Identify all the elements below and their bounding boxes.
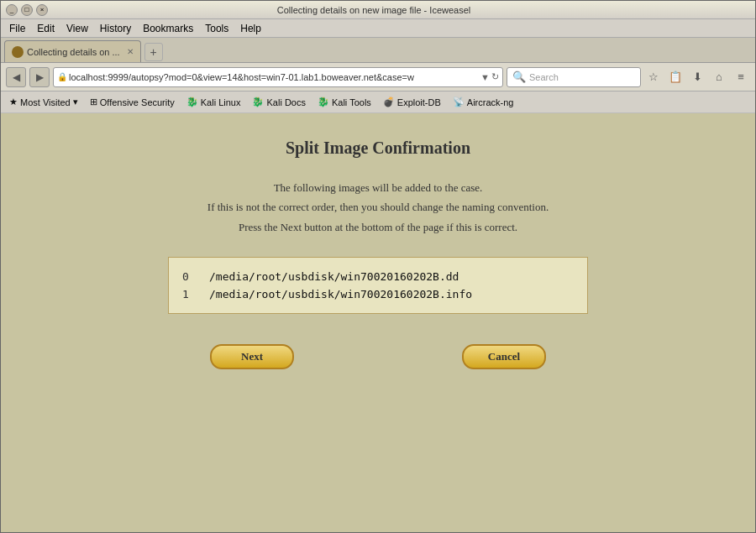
exploit-db-icon: 💣 [383, 97, 395, 107]
window-controls[interactable]: _ □ × [6, 4, 48, 16]
menu-view[interactable]: View [61, 21, 93, 36]
home-icon[interactable]: ⌂ [710, 68, 728, 86]
bookmark-kali-docs[interactable]: 🐉 Kali Docs [247, 95, 310, 109]
tab-active[interactable]: Collecting details on ... ✕ [4, 40, 141, 62]
bookmark-offensive-security-label: Offensive Security [100, 97, 175, 107]
bookmark-most-visited[interactable]: ★ Most Visited ▾ [4, 95, 83, 109]
tab-label: Collecting details on ... [27, 47, 120, 57]
tab-favicon [12, 46, 24, 58]
bookmark-aircrack-ng-label: Aircrack-ng [467, 97, 514, 107]
file-index-1: 1 [182, 288, 196, 300]
menu-bar: File Edit View History Bookmarks Tools H… [1, 19, 755, 38]
file-row-0: 0 /media/root/usbdisk/win70020160202B.dd [182, 268, 574, 285]
new-tab-button[interactable]: + [144, 43, 163, 61]
kali-linux-icon: 🐉 [186, 97, 198, 107]
browser-window: _ □ × Collecting details on new image fi… [0, 0, 756, 533]
close-button[interactable]: × [36, 4, 48, 16]
forward-button[interactable]: ▶ [29, 67, 50, 87]
url-dropdown-icon[interactable]: ▼ [480, 72, 490, 82]
bookmark-kali-docs-label: Kali Docs [266, 97, 305, 107]
refresh-icon[interactable]: ↻ [491, 71, 499, 82]
most-visited-icon: ★ [9, 97, 18, 107]
most-visited-arrow: ▾ [73, 97, 78, 107]
menu-help[interactable]: Help [235, 21, 266, 36]
file-index-0: 0 [182, 270, 196, 283]
download-icon[interactable]: ⬇ [688, 68, 706, 86]
search-placeholder: Search [529, 72, 559, 82]
file-path-1: /media/root/usbdisk/win70020160202B.info [209, 288, 472, 300]
kali-tools-icon: 🐉 [318, 97, 329, 107]
nav-bar: ◀ ▶ 🔒 localhost:9999/autopsy?mod=0&view=… [1, 63, 755, 91]
content-area: Split Image Confirmation The following i… [1, 113, 755, 532]
bookmark-star-icon[interactable]: ☆ [644, 68, 663, 86]
menu-file[interactable]: File [4, 21, 30, 36]
next-button[interactable]: Next [210, 344, 294, 369]
menu-bookmarks[interactable]: Bookmarks [138, 21, 198, 36]
file-list-box: 0 /media/root/usbdisk/win70020160202B.dd… [168, 257, 588, 314]
kali-docs-icon: 🐉 [252, 97, 264, 107]
file-path-0: /media/root/usbdisk/win70020160202B.dd [209, 270, 459, 283]
description-line3: Press the Next button at the bottom of t… [207, 217, 549, 237]
bookmarks-bar: ★ Most Visited ▾ ⊞ Offensive Security 🐉 … [1, 91, 755, 113]
bookmark-kali-linux[interactable]: 🐉 Kali Linux [181, 95, 246, 109]
bookmark-kali-linux-label: Kali Linux [201, 97, 241, 107]
bookmark-kali-tools[interactable]: 🐉 Kali Tools [312, 95, 376, 109]
url-text: localhost:9999/autopsy?mod=0&view=14&hos… [69, 72, 479, 82]
nav-icons: ☆ 📋 ⬇ ⌂ ≡ [644, 68, 750, 86]
page-title: Split Image Confirmation [286, 138, 470, 158]
bookmark-offensive-security[interactable]: ⊞ Offensive Security [85, 95, 180, 109]
bookmark-kali-tools-label: Kali Tools [332, 97, 371, 107]
cancel-button[interactable]: Cancel [462, 344, 546, 369]
bookmark-manage-icon[interactable]: 📋 [666, 68, 685, 86]
back-button[interactable]: ◀ [6, 67, 26, 87]
bookmark-exploit-db[interactable]: 💣 Exploit-DB [378, 95, 446, 109]
offensive-security-icon: ⊞ [90, 97, 97, 107]
url-bar[interactable]: 🔒 localhost:9999/autopsy?mod=0&view=14&h… [53, 67, 503, 87]
search-bar[interactable]: 🔍 Search [507, 67, 641, 87]
lock-icon: 🔒 [57, 72, 67, 81]
menu-edit[interactable]: Edit [32, 21, 60, 36]
search-icon: 🔍 [512, 71, 526, 83]
description-line1: The following images will be added to th… [207, 178, 549, 197]
title-bar: _ □ × Collecting details on new image fi… [1, 1, 755, 19]
tab-bar: Collecting details on ... ✕ + [1, 38, 755, 63]
minimize-button[interactable]: _ [6, 4, 18, 16]
window-title: Collecting details on new image file - I… [48, 5, 700, 15]
bookmark-most-visited-label: Most Visited [20, 97, 71, 107]
menu-history[interactable]: History [95, 21, 136, 36]
tab-close-button[interactable]: ✕ [127, 47, 134, 56]
bookmark-exploit-db-label: Exploit-DB [397, 97, 441, 107]
file-row-1: 1 /media/root/usbdisk/win70020160202B.in… [182, 285, 574, 303]
menu-tools[interactable]: Tools [200, 21, 234, 36]
buttons-row: Next Cancel [210, 344, 546, 369]
description-text: The following images will be added to th… [207, 178, 549, 237]
bookmark-aircrack-ng[interactable]: 📡 Aircrack-ng [448, 95, 519, 109]
menu-icon[interactable]: ≡ [732, 68, 750, 86]
description-line2: If this is not the correct order, then y… [207, 197, 549, 217]
aircrack-ng-icon: 📡 [453, 97, 465, 107]
restore-button[interactable]: □ [21, 4, 33, 16]
